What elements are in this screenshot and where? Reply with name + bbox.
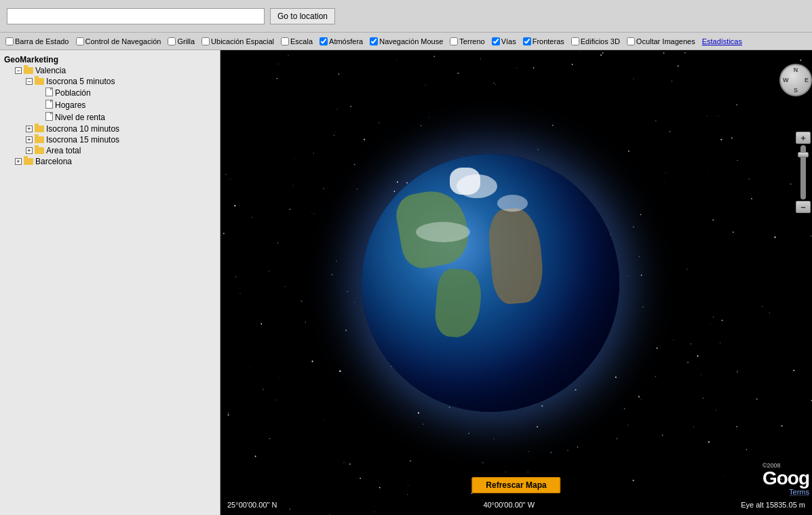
toolbar-item-ubicacion-espacial: Ubicación Espacial xyxy=(201,37,274,45)
folder-icon-barcelona xyxy=(24,158,33,165)
toolbar-checkbox-ocultar-imagenes[interactable] xyxy=(627,37,635,45)
toolbar-item-estadisticas: Estadísticas xyxy=(702,37,742,45)
toolbar-checkbox-fronteras[interactable] xyxy=(523,37,531,45)
toolbar-label-atmosfera: Atmósfera xyxy=(329,37,363,45)
sidebar-item-area-total[interactable]: Area total xyxy=(3,145,217,156)
zoom-out-button[interactable]: − xyxy=(796,201,811,213)
toolbar-checkbox-ubicacion-espacial[interactable] xyxy=(201,37,210,45)
doc-icon-hogares xyxy=(45,100,53,111)
toolbar-checkbox-control-nav[interactable] xyxy=(76,37,84,45)
refresh-map-button[interactable]: Refrescar Mapa xyxy=(471,477,560,493)
sidebar-item-poblacion[interactable]: Población xyxy=(3,87,217,99)
google-name: Goog xyxy=(762,469,809,488)
sidebar-item-isocrona-10[interactable]: Isocrona 10 minutos xyxy=(3,123,217,134)
tree-root: GeoMarketing ValenciaIsocrona 5 minutosP… xyxy=(3,54,217,167)
toolbar-checkbox-vias[interactable] xyxy=(492,37,500,45)
coordinates-lon: 40°00'00.00" W xyxy=(483,501,535,509)
toolbar-item-grilla: Grilla xyxy=(168,37,195,45)
tree-label-barcelona: Barcelona xyxy=(35,157,72,166)
toolbar-item-fronteras: Fronteras xyxy=(523,37,564,45)
toolbar-checkbox-grilla[interactable] xyxy=(168,37,176,45)
tree-root-item[interactable]: GeoMarketing xyxy=(3,54,217,65)
toolbar-label-terreno: Terreno xyxy=(459,37,484,45)
tree-label-isocrona-5: Isocrona 5 minutos xyxy=(46,77,115,86)
sidebar-item-isocrona-5[interactable]: Isocrona 5 minutos xyxy=(3,76,217,87)
continent-europe-africa xyxy=(486,206,545,305)
tree-label-isocrona-10: Isocrona 10 minutos xyxy=(46,124,119,134)
toolbar-label-ubicacion-espacial: Ubicación Espacial xyxy=(211,37,274,45)
toolbar-checkbox-nav-mouse[interactable] xyxy=(370,37,378,45)
sidebar-item-barcelona[interactable]: Barcelona xyxy=(3,156,217,167)
toolbar-label-ocultar-imagenes: Ocultar Imagenes xyxy=(636,37,695,45)
tree-label-isocrona-15: Isocrona 15 minutos xyxy=(46,135,119,145)
toolbar-label-control-nav: Control de Navegación xyxy=(85,37,161,45)
navigation-compass[interactable]: N S E W xyxy=(779,64,812,96)
toolbar-label-grilla: Grilla xyxy=(177,37,195,45)
sidebar-item-valencia[interactable]: Valencia xyxy=(3,65,217,76)
folder-icon-valencia xyxy=(24,67,33,74)
expand-btn-area-total[interactable] xyxy=(26,147,33,154)
toolbar-link-estadisticas[interactable]: Estadísticas xyxy=(702,37,742,45)
zoom-track xyxy=(800,145,806,199)
go-to-location-button[interactable]: Go to location xyxy=(270,8,335,24)
tree-label-poblacion: Población xyxy=(55,88,91,98)
toolbar: Barra de EstadoControl de NavegaciónGril… xyxy=(0,33,812,50)
toolbar-label-nav-mouse: Navegación Mouse xyxy=(379,37,443,45)
toolbar-checkbox-escala[interactable] xyxy=(281,37,289,45)
nav-controls: N S E W xyxy=(779,64,812,96)
toolbar-item-vias: Vías xyxy=(492,37,516,45)
folder-icon-isocrona-10 xyxy=(35,126,44,132)
coordinates-lat: 25°00'00.00" N xyxy=(227,501,277,509)
expand-btn-valencia[interactable] xyxy=(15,67,22,74)
tree-label-valencia: Valencia xyxy=(35,66,66,75)
main-layout: GeoMarketing ValenciaIsocrona 5 minutosP… xyxy=(0,50,812,515)
tree-label-area-total: Area total xyxy=(46,146,81,155)
toolbar-item-atmosfera: Atmósfera xyxy=(320,37,363,45)
toolbar-checkbox-barra-estado[interactable] xyxy=(5,37,14,45)
toolbar-item-control-nav: Control de Navegación xyxy=(76,37,161,45)
root-label: GeoMarketing xyxy=(4,55,58,64)
expand-btn-isocrona-5[interactable] xyxy=(26,78,33,85)
toolbar-item-nav-mouse: Navegación Mouse xyxy=(370,37,443,45)
toolbar-checkbox-atmosfera[interactable] xyxy=(320,37,328,45)
toolbar-item-escala: Escala xyxy=(281,37,313,45)
cloud-3 xyxy=(416,222,470,242)
compass-west: W xyxy=(783,77,789,83)
eye-altitude: Eye alt 15835.05 m xyxy=(741,501,805,509)
expand-btn-isocrona-15[interactable] xyxy=(26,136,33,143)
toolbar-label-edificios-3d: Edificios 3D xyxy=(581,37,620,45)
tree-label-hogares: Hogares xyxy=(55,100,85,110)
toolbar-label-vias: Vías xyxy=(501,37,516,45)
zoom-in-button[interactable]: + xyxy=(796,132,811,144)
doc-icon-nivel-renta xyxy=(45,112,53,123)
expand-btn-isocrona-10[interactable] xyxy=(26,126,33,132)
continent-south-america xyxy=(433,267,483,339)
toolbar-checkbox-edificios-3d[interactable] xyxy=(571,37,579,45)
map-area[interactable]: Image NASA N S E W + − ©2008 Goog Terms xyxy=(220,50,812,515)
zoom-thumb[interactable] xyxy=(798,152,809,157)
sidebar: GeoMarketing ValenciaIsocrona 5 minutosP… xyxy=(0,50,220,515)
folder-icon-isocrona-5 xyxy=(35,78,44,85)
folder-icon-isocrona-15 xyxy=(35,136,44,143)
top-bar: Go to location xyxy=(0,0,812,33)
expand-btn-barcelona[interactable] xyxy=(15,158,22,165)
bottom-status-bar: 25°00'00.00" N 40°00'00.00" W Eye alt 15… xyxy=(220,495,812,515)
toolbar-item-edificios-3d: Edificios 3D xyxy=(571,37,620,45)
toolbar-item-terreno: Terreno xyxy=(450,37,484,45)
cloud-2 xyxy=(497,195,528,212)
toolbar-item-barra-estado: Barra de Estado xyxy=(5,37,69,45)
compass-north: N xyxy=(794,66,798,73)
google-logo: ©2008 Goog Terms xyxy=(762,462,809,496)
compass-east: E xyxy=(805,77,809,83)
sidebar-item-nivel-renta[interactable]: Nivel de renta xyxy=(3,111,217,123)
compass-south: S xyxy=(794,87,798,94)
toolbar-label-barra-estado: Barra de Estado xyxy=(15,37,69,45)
sidebar-item-isocrona-15[interactable]: Isocrona 15 minutos xyxy=(3,134,217,145)
sidebar-item-hogares[interactable]: Hogares xyxy=(3,99,217,111)
folder-icon-area-total xyxy=(35,147,44,154)
doc-icon-poblacion xyxy=(45,88,53,98)
earth-globe xyxy=(362,154,619,412)
zoom-control: + − xyxy=(796,132,811,213)
location-input[interactable] xyxy=(7,8,265,24)
toolbar-checkbox-terreno[interactable] xyxy=(450,37,458,45)
